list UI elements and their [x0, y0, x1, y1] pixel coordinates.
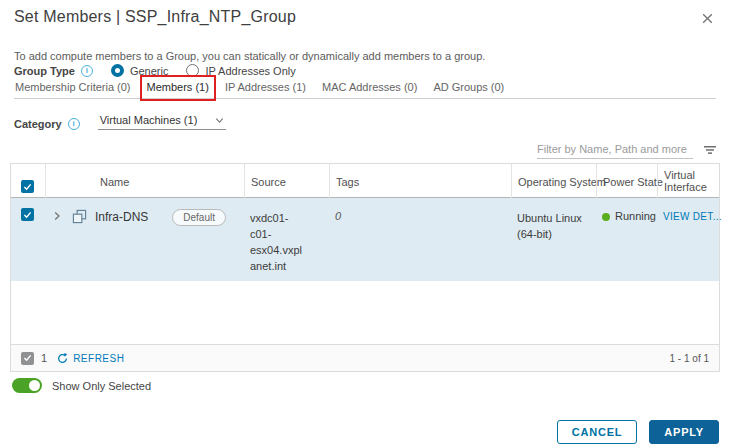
column-header-name[interactable]: Name: [45, 164, 244, 199]
category-selected-value: Virtual Machines (1): [100, 114, 198, 126]
show-only-selected-toggle[interactable]: [12, 378, 42, 393]
column-header-source[interactable]: Source: [244, 164, 329, 199]
dialog-title: Set Members | SSP_Infra_NTP_Group: [14, 8, 296, 26]
column-header-power-state[interactable]: Power State: [596, 164, 657, 199]
tab-members[interactable]: Members (1): [146, 79, 210, 98]
chevron-down-icon: [215, 116, 224, 125]
selected-count-checkbox-icon: [21, 352, 34, 365]
refresh-button[interactable]: REFRESH: [57, 353, 124, 364]
close-icon[interactable]: [701, 12, 714, 25]
tab-members-label: Members (1): [147, 81, 209, 93]
show-only-selected-row: Show Only Selected: [12, 378, 151, 393]
show-only-selected-label: Show Only Selected: [52, 380, 151, 392]
tab-membership-criteria[interactable]: Membership Criteria (0): [14, 79, 132, 98]
column-header-tags[interactable]: Tags: [329, 164, 511, 199]
refresh-icon: [57, 353, 68, 364]
category-select[interactable]: Virtual Machines (1): [98, 112, 226, 130]
radio-selected-icon: [111, 64, 124, 77]
members-table: Name Source Tags Operating System Power …: [10, 163, 720, 344]
virtual-machine-icon: [72, 209, 87, 224]
column-header-os[interactable]: Operating System: [511, 164, 596, 199]
radio-ip-addresses-only[interactable]: IP Addresses Only: [186, 64, 295, 77]
filter-row: [537, 141, 717, 159]
select-all-checkbox[interactable]: [21, 180, 34, 193]
cancel-button[interactable]: CANCEL: [557, 420, 638, 444]
info-icon[interactable]: i: [81, 65, 93, 77]
default-badge: Default: [172, 209, 226, 226]
radio-generic-label: Generic: [130, 65, 169, 77]
group-type-row: Group Type i Generic IP Addresses Only: [14, 64, 296, 77]
group-type-label: Group Type: [14, 65, 75, 77]
pagination-text: 1 - 1 of 1: [670, 353, 709, 364]
category-label: Category: [14, 118, 62, 130]
selected-count: 1: [41, 352, 47, 364]
power-state-text: Running: [615, 210, 656, 222]
tab-ip-addresses[interactable]: IP Addresses (1): [224, 79, 307, 98]
running-status-icon: [602, 213, 610, 221]
row-checkbox[interactable]: [21, 208, 34, 221]
os-cell: Ubuntu Linux (64-bit): [511, 198, 596, 281]
radio-ip-label: IP Addresses Only: [205, 65, 295, 77]
info-icon[interactable]: i: [68, 118, 80, 130]
table-footer: 1 REFRESH 1 - 1 of 1: [10, 344, 720, 372]
view-details-link[interactable]: VIEW DET...: [663, 211, 722, 222]
apply-button[interactable]: APPLY: [649, 420, 719, 444]
expand-chevron-icon[interactable]: [52, 211, 62, 221]
radio-generic[interactable]: Generic: [111, 64, 169, 77]
table-header-row: Name Source Tags Operating System Power …: [11, 164, 719, 198]
table-row[interactable]: Infra-DNS Default vxdc01- c01- esx04.vxp…: [11, 198, 719, 281]
filter-icon[interactable]: [703, 145, 717, 159]
category-row: Category i Virtual Machines (1): [14, 112, 226, 130]
power-state-cell: Running: [596, 198, 657, 281]
dialog-actions: CANCEL APPLY: [557, 420, 719, 444]
radio-unselected-icon: [186, 64, 199, 77]
tab-ad-groups[interactable]: AD Groups (0): [432, 79, 505, 98]
set-members-dialog: Set Members | SSP_Infra_NTP_Group To add…: [0, 0, 730, 448]
vm-name: Infra-DNS: [95, 209, 148, 224]
toggle-knob: [29, 380, 40, 391]
tags-cell: 0: [329, 198, 511, 281]
filter-input[interactable]: [537, 141, 693, 159]
source-cell: vxdc01- c01- esx04.vxpl anet.int: [244, 198, 329, 281]
tab-mac-addresses[interactable]: MAC Addresses (0): [321, 79, 418, 98]
refresh-label: REFRESH: [73, 353, 124, 364]
column-header-virtual-interface[interactable]: Virtual Interface: [657, 164, 719, 199]
dialog-description: To add compute members to a Group, you c…: [14, 50, 485, 62]
tab-bar: Membership Criteria (0) Members (1) IP A…: [14, 79, 716, 99]
